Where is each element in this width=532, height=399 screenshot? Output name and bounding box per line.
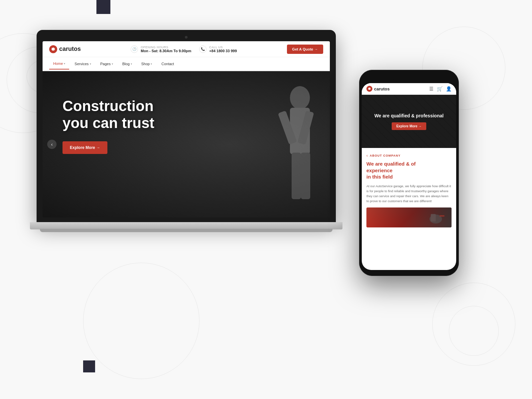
header-info: 🕐 OPENING HOURS Mon - Sat: 8.30Am To 9.0… [81,46,287,53]
opening-hours-info: 🕐 OPENING HOURS Mon - Sat: 8.30Am To 9.0… [131,46,191,53]
services-chevron: ▾ [90,63,91,66]
site-logo: carutos [49,45,81,53]
clock-icon: 🕐 [131,46,138,53]
call-us-info: 📞 CALL US +84 1800 33 999 [199,46,237,53]
opening-hours-label: OPENING HOURS [141,46,191,49]
phone-about-label-row: ‹ ABOUT COMPANY [366,153,452,158]
hero-explore-button[interactable]: Explore More → [63,141,107,154]
phone-notch [392,74,426,82]
site-header-top: carutos 🕐 OPENING HOURS Mon - Sat: 8.30A… [43,41,330,57]
nav-item-contact[interactable]: Contact [157,59,178,69]
logo-icon [49,45,57,53]
site-nav: Home ▾ Services ▾ Pages ▾ Blog ▾ Shop [43,57,330,71]
deco-circle-7 [449,306,499,356]
call-us-value: +84 1800 33 999 [209,49,237,53]
nav-item-services[interactable]: Services ▾ [70,59,95,69]
phone-logo-icon [366,86,372,92]
deco-circle-5 [83,263,200,379]
svg-rect-7 [431,214,436,222]
phone-logo: carutos [366,86,390,92]
blog-chevron: ▾ [131,63,132,66]
laptop-base-bottom [40,229,332,232]
phone-about-section: ‹ ABOUT COMPANY We are qualified & of ex… [362,148,456,233]
phone-device: carutos ☰ 🛒 👤 We are qualified & profess… [359,70,459,276]
hero-content: Construction you can trust Explore More … [43,71,330,181]
phone-hero: We are qualified & professional Explore … [362,95,456,148]
deco-square-bottom [83,360,95,372]
laptop-device: carutos 🕐 OPENING HOURS Mon - Sat: 8.30A… [37,30,346,269]
user-icon[interactable]: 👤 [446,86,452,91]
phone-hero-button[interactable]: Explore More → [392,122,426,130]
phone-about-image [366,207,452,227]
deco-square-top [96,0,110,14]
laptop-camera [185,36,188,39]
phone-icon: 📞 [199,46,206,53]
cart-icon[interactable]: 🛒 [437,86,443,91]
hamburger-icon[interactable]: ☰ [429,86,434,91]
get-quote-button[interactable]: Get A Quote → [287,45,323,54]
phone-logo-text: carutos [374,86,390,91]
shop-chevron: ▾ [151,63,152,66]
call-us-label: CALL US [209,46,237,49]
laptop-base [30,222,342,229]
site-hero: Construction you can trust Explore More … [43,71,330,217]
pages-chevron: ▾ [112,63,113,66]
opening-hours-text: OPENING HOURS Mon - Sat: 8.30Am To 9.00p… [141,46,191,53]
laptop-screen: carutos 🕐 OPENING HOURS Mon - Sat: 8.30A… [43,41,330,217]
phone-about-body: At our AutoService garage, we fully appr… [366,184,452,204]
hero-title: Construction you can trust [63,98,310,131]
opening-hours-value: Mon - Sat: 8.30Am To 9.00pm [141,49,191,53]
home-chevron: ▾ [64,62,65,65]
nav-item-home[interactable]: Home ▾ [49,58,69,69]
laptop-body: carutos 🕐 OPENING HOURS Mon - Sat: 8.30A… [37,30,336,223]
hero-prev-arrow[interactable]: ‹ [47,140,57,149]
call-us-text: CALL US +84 1800 33 999 [209,46,237,53]
phone-body: carutos ☰ 🛒 👤 We are qualified & profess… [359,70,459,276]
phone-screen: carutos ☰ 🛒 👤 We are qualified & profess… [362,83,456,270]
logo-text: carutos [59,46,81,53]
about-section-label: ABOUT COMPANY [370,154,401,157]
about-chevron-icon: ‹ [366,153,368,158]
phone-nav-icons: ☰ 🛒 👤 [429,86,452,91]
nav-item-blog[interactable]: Blog ▾ [118,59,136,69]
phone-about-title: We are qualified & of experience in this… [366,161,452,180]
nav-item-shop[interactable]: Shop ▾ [137,59,156,69]
nav-item-pages[interactable]: Pages ▾ [96,59,117,69]
svg-rect-9 [440,215,445,217]
phone-header: carutos ☰ 🛒 👤 [362,83,456,95]
phone-hero-title: We are qualified & professional [374,113,444,118]
